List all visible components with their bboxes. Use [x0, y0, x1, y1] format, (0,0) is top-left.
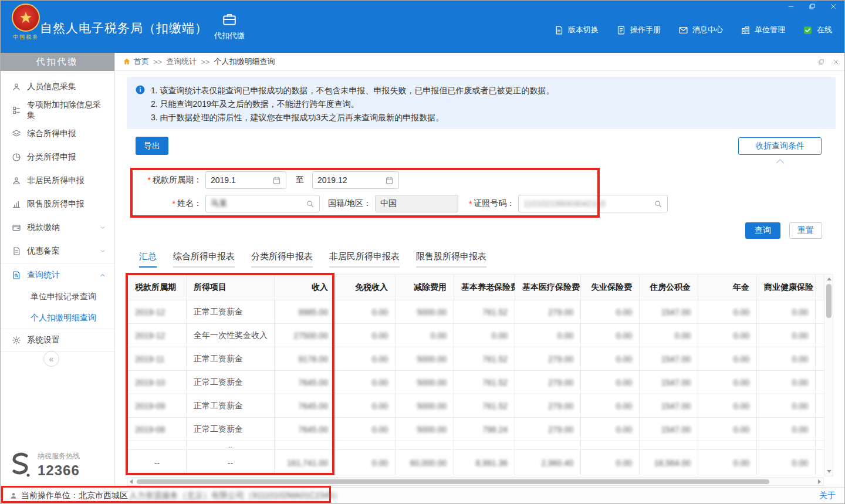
cell-value: 761.52 [454, 300, 515, 324]
topbar-item-manual[interactable]: 操作手册 [616, 25, 661, 35]
topbar-item-org[interactable]: 单位管理 [741, 25, 785, 35]
collapse-query-button[interactable]: 收折查询条件 [738, 137, 822, 155]
cell-value: 0.00 [698, 371, 757, 394]
gear-icon [12, 336, 21, 345]
cell-period: 2019-12 [128, 324, 187, 347]
sidebar-item-personnel[interactable]: 人员信息采集 [0, 75, 114, 99]
topbar-item-online[interactable]: 在线 [803, 25, 832, 35]
cell-value: 0.00 [581, 371, 640, 394]
table-row[interactable]: 2019-12正常工资薪金9985.000.005000.00761.52279… [128, 300, 824, 324]
cell-value [581, 441, 640, 450]
period-from-input[interactable]: 2019.1 [205, 171, 286, 189]
cell-value [816, 441, 824, 450]
topbar-item-messages[interactable]: 消息中心 [678, 25, 723, 35]
period-to-input[interactable]: 2019.12 [312, 171, 399, 189]
table-row[interactable]: 2019-08正常工资薪金7645.000.005000.00798.24279… [128, 418, 824, 441]
table-row-total[interactable]: ----161,741.000.0060,000.008,991.362,960… [128, 450, 824, 476]
scroll-up-icon[interactable] [827, 278, 832, 280]
sidebar-subitem-personal-detail-query[interactable]: 个人扣缴明细查询 [0, 307, 114, 329]
cell-value: 0.00 [698, 418, 757, 441]
cell-value: 0.00 [454, 324, 515, 347]
panel-close-icon[interactable] [833, 59, 839, 65]
cell-value: 0.00 [757, 324, 816, 347]
cell-value: 0.00 [757, 450, 816, 476]
notice-lines: 1. 该查询统计表仅能查询已申报成功的数据，不包含未申报、申报失败，已申报但已作… [151, 84, 555, 123]
cell-item: .. [187, 441, 275, 450]
cell-period: 2019-09 [128, 394, 187, 418]
close-button[interactable] [829, 2, 838, 11]
cell-value: 0.00 [336, 324, 396, 347]
about-link[interactable]: 关于 [819, 491, 836, 501]
sidebar-item-label: 非居民所得申报 [27, 175, 84, 186]
tab-0[interactable]: 汇总 [139, 251, 157, 268]
briefcase-icon [222, 12, 237, 27]
tab-4[interactable]: 限售股所得申报表 [416, 251, 486, 268]
person-outline-icon [12, 176, 21, 185]
tab-2[interactable]: 分类所得申报表 [251, 251, 313, 268]
sidebar-item-label: 专项附加扣除信息采集 [27, 100, 106, 121]
vertical-scrollbar[interactable] [824, 274, 833, 476]
sidebar-item-classified[interactable]: 分类所得申报 [0, 146, 114, 169]
export-button[interactable]: 导出 [136, 137, 168, 155]
sidebar-item-comprehensive[interactable]: 综合所得申报 [0, 122, 114, 146]
result-table-wrap: 税款所属期所得项目收入免税收入减除费用基本养老保险费基本医疗保险费失业保险费住房… [127, 274, 824, 475]
tab-3[interactable]: 非居民所得申报表 [329, 251, 400, 268]
id-number-label: *证照号码： [469, 198, 518, 209]
table-row-partial[interactable]: .. [128, 441, 824, 450]
cell-value: 0.00 [336, 418, 396, 441]
sidebar-item-label: 综合所得申报 [27, 128, 76, 139]
sidebar-item-preference-filing[interactable]: 优惠备案 [0, 239, 114, 263]
restore-button[interactable] [807, 2, 817, 11]
sidebar-item-label: 系统设置 [27, 335, 60, 346]
panel-restore-icon[interactable] [818, 59, 824, 65]
column-header: 所得项目 [187, 275, 275, 300]
cell-value: 0.00 [698, 347, 757, 371]
cell-value: 0.00 [336, 347, 396, 371]
cell-value: 2,960.40 [515, 450, 581, 476]
reset-button[interactable]: 重置 [789, 222, 822, 239]
vertical-scroll-thumb[interactable] [826, 284, 832, 318]
sidebar-item-restricted-shares[interactable]: 限售股所得申报 [0, 192, 114, 216]
sidebar-collapse-button[interactable]: « [43, 351, 59, 367]
sidebar-item-nonresident[interactable]: 非居民所得申报 [0, 169, 114, 192]
current-unit-masked: 人力资源服务（北京）有限公司（91110102MA01C2345） [129, 491, 342, 501]
sidebar-item-query-stats[interactable]: 查询统计 [0, 263, 114, 286]
nationality-label: 国籍/地区： [328, 198, 375, 209]
cell-value [816, 324, 824, 347]
table-header-row: 税款所属期所得项目收入免税收入减除费用基本养老保险费基本医疗保险费失业保险费住房… [128, 275, 824, 300]
cell-value [275, 441, 336, 450]
cell-value: 0.00 [757, 347, 816, 371]
column-header: 税 [816, 275, 824, 300]
horizontal-scrollbar[interactable] [127, 477, 824, 486]
notice-panel: 1. 该查询统计表仅能查询已申报成功的数据，不包含未申报、申报失败，已申报但已作… [127, 77, 836, 129]
id-number-input[interactable]: 110102199003042103 [518, 195, 668, 212]
horizontal-scroll-thumb[interactable] [137, 479, 769, 484]
scroll-left-icon[interactable] [130, 479, 133, 484]
topbar-item-version[interactable]: 版本切换 [554, 25, 599, 35]
sidebar-item-settings[interactable]: 系统设置 [0, 329, 114, 352]
sidebar-item-tax-payment[interactable]: 税款缴纳 [0, 216, 114, 239]
search-icon [306, 199, 315, 208]
sidebar-item-label: 查询统计 [27, 270, 60, 280]
sidebar-subitem-unit-report-query[interactable]: 单位申报记录查询 [0, 286, 114, 307]
manual-icon [616, 25, 626, 35]
user-icon [9, 492, 18, 500]
table-row[interactable]: 2019-10正常工资薪金7645.000.005000.00761.52279… [128, 371, 824, 394]
tab-1[interactable]: 综合所得申报表 [173, 251, 235, 268]
scroll-down-icon[interactable] [827, 470, 832, 473]
table-row[interactable]: 2019-12全年一次性奖金收入27500.000.000.000.000.00… [128, 324, 824, 347]
breadcrumb-home[interactable]: 首页 [134, 56, 149, 67]
sidebar-menu: 人员信息采集专项附加扣除信息采集综合所得申报分类所得申报非居民所得申报限售股所得… [0, 71, 114, 352]
scroll-right-icon[interactable] [818, 479, 821, 484]
module-tab-withholding[interactable]: 代扣代缴 [204, 7, 255, 46]
topbar-item-label: 消息中心 [692, 25, 723, 35]
nationality-input[interactable]: 中国 [375, 195, 458, 212]
topbar-item-label: 操作手册 [630, 25, 661, 35]
minimize-button[interactable] [786, 2, 796, 11]
info-icon [135, 84, 146, 95]
table-row[interactable]: 2019-11正常工资薪金9178.000.005000.00761.52279… [128, 347, 824, 371]
table-row[interactable]: 2019-09正常工资薪金7645.000.005000.00761.52279… [128, 394, 824, 418]
sidebar-item-special-deduction[interactable]: 专项附加扣除信息采集 [0, 99, 114, 122]
name-input[interactable]: 马某 [205, 195, 320, 212]
search-button[interactable]: 查询 [745, 222, 780, 239]
